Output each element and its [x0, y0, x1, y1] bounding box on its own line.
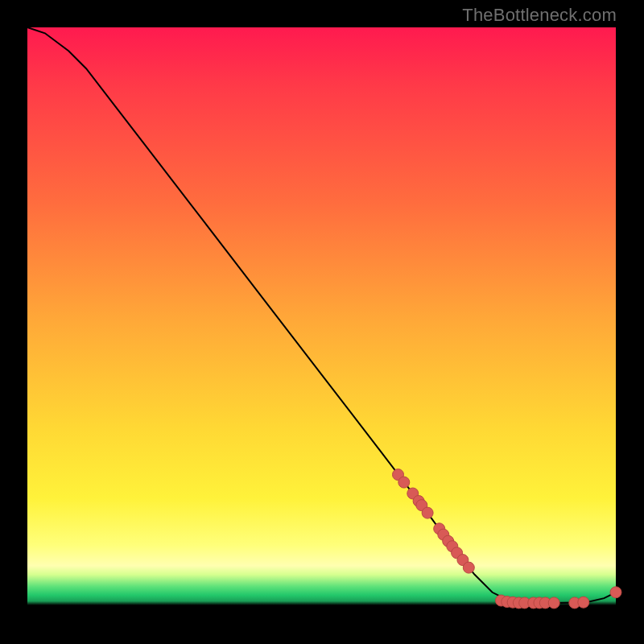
data-marker [422, 507, 433, 518]
attribution-text: TheBottleneck.com [462, 5, 617, 26]
data-marker [610, 587, 621, 598]
curve-line [27, 27, 616, 603]
data-marker [548, 597, 559, 609]
data-marker [463, 562, 474, 573]
data-markers [393, 469, 622, 609]
plot-overlay [27, 27, 616, 616]
data-marker [398, 477, 410, 488]
chart-container: TheBottleneck.com [0, 0, 644, 644]
data-marker [578, 597, 589, 608]
